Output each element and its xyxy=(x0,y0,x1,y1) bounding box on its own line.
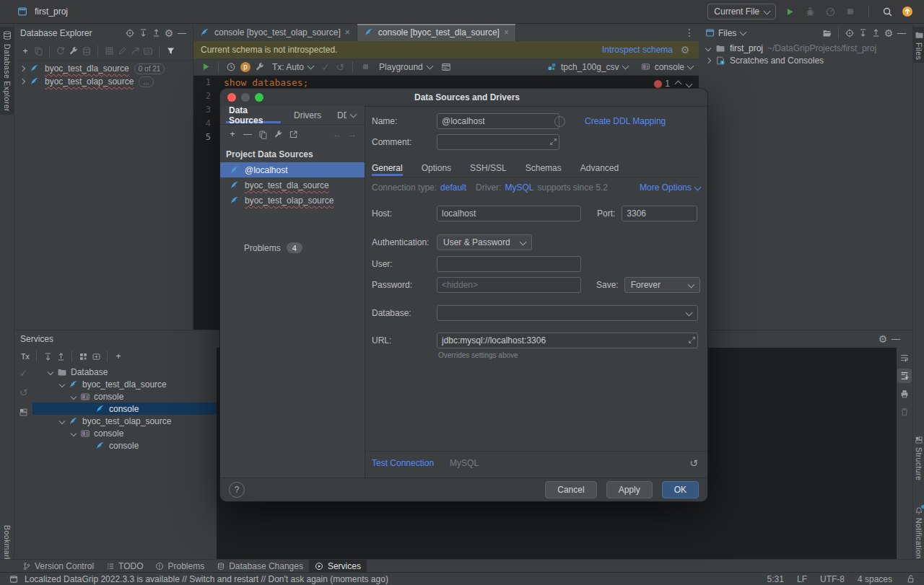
apply-button[interactable]: Apply xyxy=(606,481,653,498)
close-traffic-light[interactable] xyxy=(227,93,236,102)
chevron-right-icon[interactable] xyxy=(19,79,25,84)
tab-general[interactable]: General xyxy=(372,160,403,176)
clear-trash-icon[interactable] xyxy=(897,405,912,419)
duplicate-icon[interactable] xyxy=(256,128,269,141)
driver-properties-icon[interactable] xyxy=(271,128,284,141)
driver-value[interactable]: MySQL xyxy=(505,182,533,193)
add-icon[interactable]: + xyxy=(112,350,125,363)
chevron-down-icon[interactable] xyxy=(740,29,747,36)
hide-panel-icon[interactable]: — xyxy=(889,333,902,346)
forward-arrow-icon[interactable]: → xyxy=(346,128,359,141)
close-tab-icon[interactable]: × xyxy=(345,27,350,38)
tab-problems[interactable]: Problems xyxy=(149,560,211,573)
expand-all-icon[interactable] xyxy=(41,350,54,363)
run-config-selector[interactable]: Current File xyxy=(707,4,776,19)
comment-field[interactable] xyxy=(437,134,559,150)
tree-row-dla-source[interactable]: byoc_test_dla_source 0 of 21 xyxy=(14,62,193,75)
gear-icon[interactable]: ⚙ xyxy=(876,333,889,346)
password-field[interactable] xyxy=(437,277,581,293)
help-button[interactable]: ? xyxy=(229,482,245,498)
hide-panel-icon[interactable]: — xyxy=(895,27,908,40)
tab-database-changes[interactable]: Database Changes xyxy=(210,560,309,573)
next-error-icon[interactable] xyxy=(686,80,693,87)
close-tab-icon[interactable]: × xyxy=(504,27,509,38)
database-combo[interactable] xyxy=(437,305,698,321)
collapse-all-icon[interactable] xyxy=(149,27,162,40)
rollback-icon[interactable]: ↺ xyxy=(334,61,346,74)
services-row-dla-console[interactable]: console xyxy=(32,390,217,403)
save-dropdown[interactable]: Forever xyxy=(624,277,700,293)
dialog-title-bar[interactable]: Data Sources and Drivers xyxy=(220,89,707,107)
stripe-structure[interactable]: Structure xyxy=(913,435,924,480)
add-datasource-icon[interactable]: + xyxy=(19,45,32,58)
output-console-icon[interactable] xyxy=(440,61,453,74)
name-field[interactable] xyxy=(437,113,559,129)
connection-type-value[interactable]: default xyxy=(440,182,466,193)
filter-icon[interactable] xyxy=(164,45,177,58)
tab-options-kebab-icon[interactable]: ⋮ xyxy=(683,26,696,39)
source-dla[interactable]: byoc_test_dla_source xyxy=(220,177,365,193)
debug-button[interactable] xyxy=(803,5,816,18)
rollback-icon[interactable]: ↺ xyxy=(17,386,30,399)
locate-icon[interactable] xyxy=(843,27,856,40)
stripe-files[interactable]: Files xyxy=(913,27,924,63)
new-table-icon[interactable] xyxy=(103,45,116,58)
tab-console-olap[interactable]: console [byoc_test_olap_source] × xyxy=(193,24,357,41)
services-row-olap-console[interactable]: console xyxy=(32,427,217,439)
chevron-right-icon[interactable] xyxy=(705,57,711,63)
profiler-button[interactable] xyxy=(824,5,837,18)
host-field[interactable] xyxy=(437,206,581,221)
schema-selector[interactable]: tpch_100g_csv xyxy=(547,62,628,72)
readonly-lock-icon[interactable] xyxy=(905,574,915,584)
expand-all-icon[interactable] xyxy=(856,27,869,40)
session-selector[interactable]: console xyxy=(641,62,693,72)
tab-ddl-mappings[interactable]: DD xyxy=(334,107,359,123)
soft-wrap-icon[interactable] xyxy=(897,351,912,365)
stripe-database-explorer[interactable]: Database Explorer xyxy=(0,27,14,115)
back-arrow-icon[interactable]: ← xyxy=(331,128,344,141)
more-options-link[interactable]: More Options xyxy=(640,182,700,193)
problems-row[interactable]: Problems 4 xyxy=(220,242,365,253)
caret-position[interactable]: 5:31 xyxy=(767,574,784,584)
hide-panel-icon[interactable]: — xyxy=(175,27,188,40)
tab-version-control[interactable]: Version Control xyxy=(16,560,100,573)
ok-button[interactable]: OK xyxy=(662,481,699,498)
tab-console-dla[interactable]: console [byoc_test_dla_source] × xyxy=(357,24,516,41)
group-by-icon[interactable] xyxy=(77,350,90,363)
services-row-olap[interactable]: byoc_test_olap_source xyxy=(32,415,217,427)
introspect-schema-link[interactable]: Introspect schema xyxy=(602,45,673,55)
add-datasource-icon[interactable]: + xyxy=(226,128,239,141)
stripe-notifications[interactable]: Notifications xyxy=(913,506,924,563)
gear-icon[interactable]: ⚙ xyxy=(162,27,175,40)
tab-services[interactable]: Services xyxy=(309,560,367,573)
collapse-all-icon[interactable] xyxy=(869,27,882,40)
stop-query-button[interactable] xyxy=(359,61,372,74)
reset-icon[interactable]: ↺ xyxy=(687,457,700,470)
open-folder-icon[interactable] xyxy=(821,27,834,40)
collapse-all-icon[interactable] xyxy=(54,350,67,363)
user-field[interactable] xyxy=(437,256,581,272)
tx-mode-selector[interactable]: Tx: Auto xyxy=(268,62,318,72)
jump-to-console-icon[interactable] xyxy=(128,45,141,58)
history-icon[interactable] xyxy=(225,61,237,74)
zoom-traffic-light[interactable] xyxy=(255,93,263,102)
tab-options[interactable]: Options xyxy=(422,160,451,176)
playground-selector[interactable]: Playground xyxy=(373,62,438,72)
run-button[interactable] xyxy=(783,5,796,18)
ql-icon[interactable] xyxy=(141,45,154,58)
tab-drivers[interactable]: Drivers xyxy=(291,107,324,123)
add-service-view-icon[interactable] xyxy=(90,350,103,363)
settings-wrench-icon[interactable] xyxy=(253,61,266,74)
expand-all-icon[interactable] xyxy=(136,27,149,40)
create-ddl-mapping-link[interactable]: Create DDL Mapping xyxy=(585,116,666,126)
status-message[interactable]: Localized DataGrip 2022.3.3 is available… xyxy=(25,574,388,584)
datasource-properties-icon[interactable] xyxy=(67,45,80,58)
encoding[interactable]: UTF-8 xyxy=(820,574,845,584)
test-connection-link[interactable]: Test Connection xyxy=(372,458,434,468)
expand-field-icon[interactable] xyxy=(548,136,558,146)
tx-filter-icon[interactable]: Tx xyxy=(19,350,32,363)
chevron-right-icon[interactable] xyxy=(19,66,25,71)
cancel-button[interactable]: Cancel xyxy=(545,481,596,498)
expand-field-icon[interactable] xyxy=(687,335,697,345)
duplicate-icon[interactable] xyxy=(32,45,45,58)
